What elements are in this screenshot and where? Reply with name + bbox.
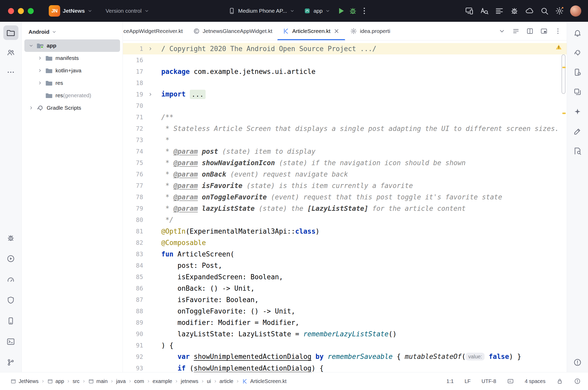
zoom-window-button[interactable] bbox=[28, 8, 34, 14]
line-number[interactable]: 84 bbox=[123, 262, 143, 269]
device-manager-tool-button[interactable] bbox=[3, 314, 18, 328]
tab-glance-widget[interactable]: JetnewsGlanceAppWidget.kt bbox=[188, 22, 277, 40]
line-number[interactable]: 18 bbox=[123, 80, 143, 86]
line-number[interactable]: 88 bbox=[123, 308, 143, 315]
chevron-right-icon[interactable] bbox=[37, 55, 45, 61]
code-text[interactable]: * @param onToggleFavorite (event) reques… bbox=[161, 193, 567, 201]
line-number[interactable]: 81 bbox=[123, 228, 143, 235]
tree-item-kotlin-java[interactable]: kotlin+java bbox=[24, 64, 120, 77]
line-number[interactable]: 87 bbox=[123, 296, 143, 303]
chevron-right-icon[interactable] bbox=[37, 80, 45, 86]
file-encoding[interactable]: UTF-8 bbox=[481, 378, 496, 384]
project-view-selector[interactable]: Android bbox=[22, 26, 123, 38]
chevron-right-icon[interactable] bbox=[37, 68, 45, 73]
code-text[interactable]: package com.example.jetnews.ui.article bbox=[161, 68, 567, 75]
run-button[interactable] bbox=[336, 6, 346, 16]
split-editor-button[interactable] bbox=[526, 27, 534, 35]
breadcrumb-com[interactable]: com bbox=[134, 378, 144, 384]
code-text[interactable]: isFavorite: Boolean, bbox=[161, 296, 567, 304]
code-text[interactable]: onBack: () -> Unit, bbox=[161, 284, 567, 292]
run-config-selector[interactable]: app bbox=[300, 5, 333, 17]
breadcrumb-jetnews[interactable]: jetnews bbox=[181, 378, 198, 384]
search-everywhere-icon[interactable] bbox=[540, 6, 549, 15]
problems-indicator-button[interactable] bbox=[570, 355, 585, 370]
code-text[interactable]: * @param post (state) item to display bbox=[161, 148, 567, 155]
more-tool-windows-button[interactable] bbox=[3, 65, 18, 79]
gemini-ai-button[interactable] bbox=[570, 104, 585, 119]
code-text[interactable]: modifier: Modifier = Modifier, bbox=[161, 319, 567, 326]
code-text[interactable]: fun ArticleScreen( bbox=[161, 250, 567, 258]
code-text[interactable]: import ... bbox=[161, 90, 567, 99]
running-devices-tool-button[interactable] bbox=[570, 85, 585, 99]
code-text[interactable]: @OptIn(ExperimentalMaterial3Api::class) bbox=[161, 227, 567, 235]
compose-preview-button[interactable] bbox=[570, 124, 585, 138]
line-number[interactable]: 92 bbox=[123, 353, 143, 360]
open-in-window-button[interactable] bbox=[540, 27, 548, 35]
chevron-right-icon[interactable] bbox=[29, 105, 36, 110]
gradle-tool-button[interactable] bbox=[570, 45, 585, 60]
code-search-icon[interactable] bbox=[480, 6, 489, 15]
line-number[interactable]: 1 bbox=[123, 45, 143, 52]
app-insights-icon[interactable] bbox=[510, 6, 519, 15]
app-quality-insights-tool-button[interactable] bbox=[3, 293, 18, 307]
inspection-status-icon[interactable] bbox=[574, 378, 581, 385]
line-number[interactable]: 16 bbox=[123, 57, 143, 64]
line-number[interactable]: 72 bbox=[123, 125, 143, 132]
breadcrumb-app[interactable]: app bbox=[47, 378, 64, 384]
tab-idea-properties[interactable]: idea.properti bbox=[345, 22, 390, 40]
code-text[interactable]: var showUnimplementedActionDialog by rem… bbox=[161, 353, 567, 361]
tab-list-button[interactable] bbox=[512, 27, 520, 35]
project-tool-button[interactable] bbox=[3, 25, 18, 40]
line-number[interactable]: 86 bbox=[123, 285, 143, 292]
code-text[interactable]: * @param showNavigationIcon (state) if t… bbox=[161, 159, 567, 167]
close-tab-icon[interactable] bbox=[333, 28, 340, 34]
line-number[interactable]: 17 bbox=[123, 68, 143, 75]
code-text[interactable]: /** bbox=[161, 113, 567, 121]
breadcrumb-article[interactable]: article bbox=[220, 378, 233, 384]
code-text[interactable]: * @param onBack (event) request navigate… bbox=[161, 170, 567, 178]
line-number[interactable]: 70 bbox=[123, 102, 143, 109]
line-number[interactable]: 19 bbox=[123, 91, 143, 98]
code-text[interactable]: */ bbox=[161, 216, 567, 224]
line-number[interactable]: 91 bbox=[123, 342, 143, 349]
logcat-icon[interactable] bbox=[495, 6, 504, 15]
hidden-tabs-button[interactable] bbox=[498, 27, 506, 35]
line-number[interactable]: 80 bbox=[123, 217, 143, 223]
warning-stripe-mark[interactable] bbox=[562, 67, 566, 68]
line-number[interactable]: 93 bbox=[123, 365, 143, 372]
line-number[interactable]: 85 bbox=[123, 274, 143, 280]
debug-button[interactable] bbox=[348, 6, 357, 15]
folded-imports[interactable]: ... bbox=[190, 90, 206, 99]
minimize-window-button[interactable] bbox=[18, 8, 24, 14]
line-number[interactable]: 79 bbox=[123, 205, 143, 212]
breadcrumb-articlescreen-kt[interactable]: ArticleScreen.kt bbox=[242, 378, 286, 384]
terminal-tool-button[interactable] bbox=[3, 334, 18, 349]
code-text[interactable]: * @param lazyListState (state) the [Lazy… bbox=[161, 205, 567, 212]
tab-article-screen[interactable]: ArticleScreen.kt bbox=[277, 22, 345, 40]
tree-item-app[interactable]: app bbox=[24, 39, 120, 52]
running-devices-icon[interactable] bbox=[465, 6, 474, 15]
file-lock-icon[interactable] bbox=[556, 378, 563, 385]
caret-position[interactable]: 1:1 bbox=[446, 378, 454, 384]
problems-tool-button[interactable] bbox=[3, 231, 18, 245]
code-text[interactable]: lazyListState: LazyListState = rememberL… bbox=[161, 330, 567, 338]
indentation[interactable]: 4 spaces bbox=[525, 378, 545, 384]
close-window-button[interactable] bbox=[8, 8, 14, 14]
more-run-actions-button[interactable] bbox=[360, 6, 369, 15]
find-tool-button[interactable] bbox=[570, 144, 585, 158]
code-text[interactable]: post: Post, bbox=[161, 262, 567, 269]
tab-glance-receiver[interactable]: ceAppWidgetReceiver.kt bbox=[123, 22, 188, 40]
run-tool-button[interactable] bbox=[3, 251, 18, 266]
code-text[interactable]: * @param isFavorite (state) is this item… bbox=[161, 182, 567, 190]
editor-scrollbar-thumb[interactable] bbox=[562, 54, 565, 94]
fold-toggle-icon[interactable] bbox=[143, 46, 161, 51]
chevron-down-icon[interactable] bbox=[29, 43, 36, 48]
notifications-button[interactable] bbox=[570, 25, 585, 40]
line-number[interactable]: 82 bbox=[123, 239, 143, 246]
tree-item-manifests[interactable]: manifests bbox=[24, 52, 120, 64]
breadcrumb-ui[interactable]: ui bbox=[207, 378, 211, 384]
settings-icon[interactable] bbox=[555, 6, 564, 15]
line-separator[interactable]: LF bbox=[465, 378, 471, 384]
line-number[interactable]: 71 bbox=[123, 114, 143, 121]
line-number[interactable]: 78 bbox=[123, 194, 143, 200]
